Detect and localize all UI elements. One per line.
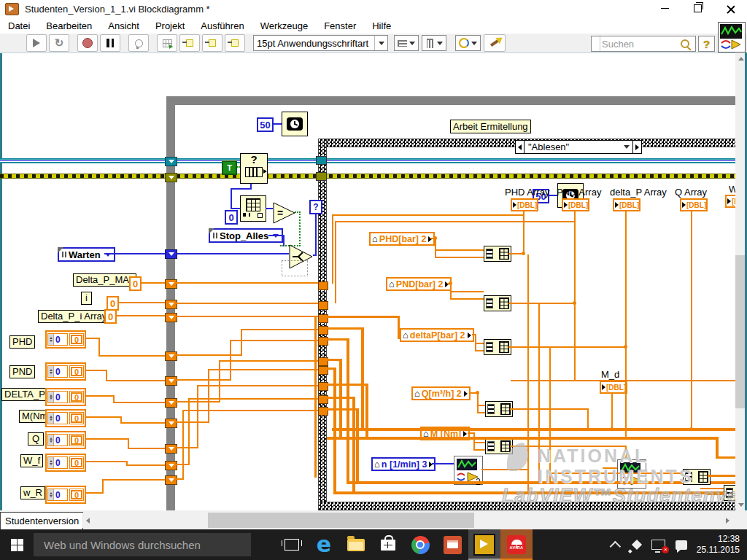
indicator-terminal[interactable]: [DBL] <box>600 381 627 394</box>
taskbar-office[interactable] <box>436 529 468 560</box>
index-spinner-icon[interactable] <box>48 457 54 468</box>
block-diagram[interactable]: "Ablesen" Arbeit Ermitellung 50 T ? 0 = <box>0 52 735 511</box>
tab-studentenversion[interactable]: Studentenversion <box>0 512 83 530</box>
restore-button[interactable] <box>681 0 714 17</box>
case-previous-button[interactable] <box>516 141 525 153</box>
indicator-label[interactable]: M_d <box>601 369 619 380</box>
numeric-constant[interactable]: 0 <box>104 309 117 324</box>
vi-icon[interactable] <box>718 22 746 52</box>
local-variable[interactable]: ⌂n [1/min] 3 <box>371 457 436 471</box>
indicator-label[interactable]: PHD Array <box>505 187 549 198</box>
array-element[interactable]: 0 <box>69 412 84 424</box>
indicator-label[interactable]: Q Array <box>675 187 707 198</box>
array-element[interactable]: 0 <box>69 333 84 346</box>
array-index[interactable]: 0 <box>54 489 67 500</box>
shift-register[interactable] <box>165 461 177 470</box>
array-element[interactable]: 0 <box>69 391 84 403</box>
index-spinner-icon[interactable] <box>48 334 54 345</box>
control-label[interactable]: DELTA_P <box>1 388 48 401</box>
index-spinner-icon[interactable] <box>48 392 54 402</box>
zero-constant[interactable]: 0 <box>225 210 238 225</box>
indicator-label[interactable]: PND Array <box>557 187 601 198</box>
local-variable[interactable]: ⌂PHD[bar] 2 <box>369 232 435 246</box>
font-selector-dropdown[interactable] <box>374 36 384 50</box>
array-constant[interactable]: 0 0 <box>45 454 86 472</box>
taskbar-labview[interactable] <box>468 529 500 560</box>
shift-register[interactable] <box>165 475 177 485</box>
tray-expand-button[interactable] <box>608 529 627 560</box>
array-index[interactable]: 0 <box>54 435 67 446</box>
warten-enum[interactable]: Warten <box>58 247 115 262</box>
indicator-terminal[interactable]: [DBL] <box>725 195 735 208</box>
array-index[interactable]: 0 <box>54 392 67 402</box>
taskbar-edge[interactable]: e <box>308 529 340 560</box>
menu-datei[interactable]: Datei <box>0 18 38 34</box>
taskbar-chrome[interactable] <box>404 529 436 560</box>
shift-register-daq[interactable] <box>165 157 177 166</box>
build-array-node[interactable] <box>484 246 511 262</box>
array-constant[interactable]: 0 0 <box>45 388 86 406</box>
menu-bearbeiten[interactable]: Bearbeiten <box>38 18 100 34</box>
align-objects-button[interactable] <box>394 35 419 51</box>
local-variable[interactable]: ⌂deltaP[bar] 2 <box>400 328 474 342</box>
menu-werkzeuge[interactable]: Werkzeuge <box>252 18 317 34</box>
taskbar-file-explorer[interactable] <box>340 529 372 560</box>
menu-projekt[interactable]: Projekt <box>147 18 193 34</box>
array-constant[interactable]: 0 0 <box>45 362 86 381</box>
taskbar-clock[interactable]: 12:38 25.11.2015 <box>697 534 740 556</box>
index-spinner-icon[interactable] <box>48 413 54 424</box>
shift-register-enum[interactable] <box>165 249 177 259</box>
build-array-node[interactable] <box>485 401 513 417</box>
run-continuous-button[interactable]: ↻ <box>49 34 69 52</box>
equals-node[interactable]: = <box>273 202 296 227</box>
control-label[interactable]: Q <box>28 432 44 446</box>
step-over-button[interactable] <box>202 34 222 52</box>
local-variable[interactable]: ⌂PND[bar] 2 <box>386 277 452 291</box>
case-selector[interactable]: "Ablesen" <box>515 140 642 154</box>
highlight-execution-button[interactable] <box>128 34 149 52</box>
array-constant[interactable]: 0 0 <box>45 431 86 449</box>
step-out-button[interactable] <box>225 34 245 52</box>
array-index[interactable]: 0 <box>54 366 67 377</box>
taskbar-search[interactable]: Web und Windows durchsuchen <box>34 533 251 556</box>
shift-register[interactable] <box>165 300 177 309</box>
menu-ausfuehren[interactable]: Ausführen <box>193 18 252 34</box>
menu-hilfe[interactable]: Hilfe <box>364 18 399 34</box>
control-label[interactable]: W_f <box>20 454 43 467</box>
shift-register[interactable] <box>165 419 177 428</box>
indicator-terminal[interactable]: [DBL] <box>562 198 589 211</box>
shift-register[interactable] <box>165 279 177 289</box>
abort-button[interactable] <box>77 34 98 52</box>
get-queue-status-node[interactable]: ? <box>240 153 268 184</box>
help-button[interactable]: ? <box>698 36 715 52</box>
case-structure-border-left[interactable] <box>319 139 326 510</box>
retain-wire-values-button[interactable] <box>157 34 177 52</box>
free-label[interactable]: Delta_P_MAx <box>73 273 136 287</box>
search-box[interactable]: Suchen <box>591 36 696 52</box>
array-constant[interactable]: 0 0 <box>45 409 86 427</box>
case-selector-terminal[interactable]: ? <box>309 200 322 214</box>
array-constant[interactable]: 0 0 <box>45 330 86 349</box>
font-selector[interactable]: 15pt Anwendungsschriftart <box>253 35 388 51</box>
tray-dropbox[interactable] <box>627 529 647 560</box>
build-array-node[interactable] <box>484 339 511 355</box>
shift-register[interactable] <box>165 444 177 454</box>
horizontal-scrollbar-thumb[interactable] <box>208 513 474 528</box>
control-label[interactable]: w_R <box>20 486 45 499</box>
array-index[interactable]: 0 <box>54 457 67 468</box>
local-variable[interactable]: ⌂Q[m³/h] 2 <box>411 386 471 400</box>
while-loop-border-top[interactable] <box>166 96 735 105</box>
free-label[interactable]: Delta_P_i Array <box>38 310 109 323</box>
true-constant[interactable]: T <box>222 160 237 175</box>
frame-label[interactable]: Arbeit Ermitellung <box>450 120 531 133</box>
array-element[interactable]: 0 <box>69 365 84 378</box>
run-button[interactable] <box>26 34 47 52</box>
cleanup-diagram-button[interactable] <box>484 34 506 52</box>
wait-ms-constant[interactable]: 50 <box>257 117 274 132</box>
indicator-terminal[interactable]: [DBL] <box>680 198 708 211</box>
array-index[interactable]: 0 <box>54 334 67 345</box>
step-into-button[interactable] <box>179 34 200 52</box>
taskbar-avira[interactable]: AVIRA <box>500 529 533 560</box>
index-spinner-icon[interactable] <box>48 489 54 500</box>
control-label[interactable]: PND <box>9 365 35 378</box>
